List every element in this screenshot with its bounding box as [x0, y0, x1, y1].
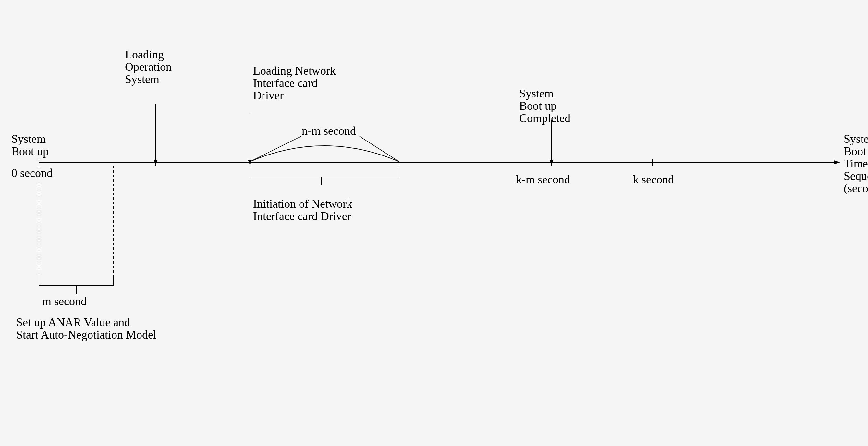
diagram-container: System Boot up 0 second Loading Operatio… [0, 0, 868, 446]
nm-second-label: n-m second [302, 124, 356, 137]
system-bootup-label2: Boot up [11, 145, 49, 158]
loading-nic-label3: Driver [253, 89, 284, 102]
svg-line-25 [250, 136, 301, 162]
initiation-nic-label1: Initiation of Network [253, 197, 352, 210]
time-sequence-label3: Time [844, 157, 868, 170]
loading-nic-label2: Interface card [253, 77, 318, 90]
loading-os-label1: Loading [125, 48, 164, 61]
setup-anar-label1: Set up ANAR Value and [16, 316, 130, 329]
time-sequence-label1: System [844, 132, 868, 145]
time-sequence-label5: (second) [844, 182, 868, 195]
zero-second-label: 0 second [11, 167, 53, 179]
time-sequence-label4: Sequence [844, 170, 868, 182]
system-bootup-label: System [11, 132, 46, 145]
setup-anar-label2: Start Auto-Negotiation Model [16, 328, 156, 341]
time-sequence-label2: Boot up [844, 145, 868, 158]
loading-os-label3: System [125, 73, 159, 86]
initiation-nic-label2: Interface card Driver [253, 210, 351, 223]
loading-os-label2: Operation [125, 60, 172, 73]
svg-marker-1 [834, 160, 840, 164]
k-second-label: k second [633, 173, 674, 186]
bootup-completed-label3: Completed [519, 112, 570, 125]
loading-nic-label1: Loading Network [253, 64, 336, 77]
bootup-completed-label1: System [519, 87, 554, 100]
svg-line-26 [360, 136, 399, 162]
m-second-label: m second [42, 295, 87, 308]
km-second-label: k-m second [516, 173, 570, 186]
bootup-completed-label2: Boot up [519, 99, 557, 112]
